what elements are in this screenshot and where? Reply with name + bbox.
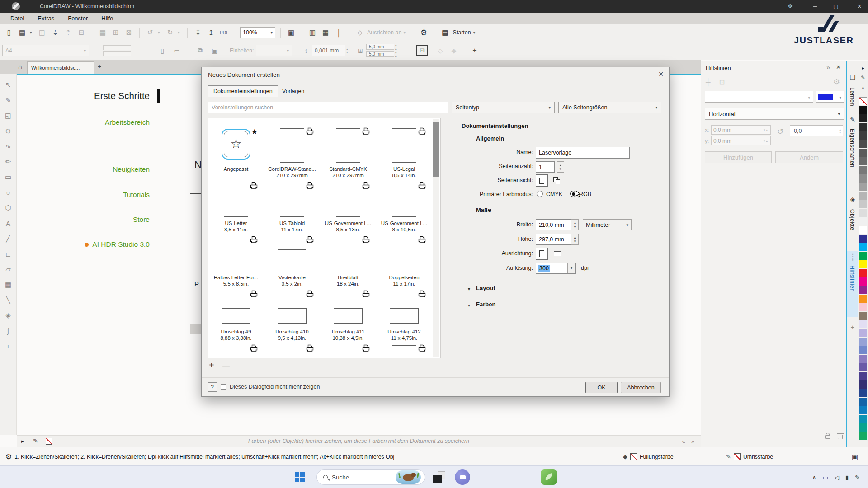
- eigenschaften-icon[interactable]: ✎: [847, 116, 858, 123]
- page-size-combo[interactable]: A4 ▾: [2, 45, 89, 56]
- palette-swatch[interactable]: [859, 226, 867, 234]
- palette-swatch[interactable]: [859, 174, 867, 183]
- width-spinner[interactable]: ▴▾: [571, 219, 579, 230]
- palette-swatch[interactable]: [859, 406, 867, 414]
- nav-erste-schritte[interactable]: Erste Schritte: [94, 90, 150, 101]
- palette-swatch[interactable]: [859, 355, 867, 363]
- hilfslinien-icon[interactable]: ┊: [847, 253, 858, 261]
- palette-swatch[interactable]: [859, 329, 867, 337]
- text-tool-icon[interactable]: A: [1, 216, 15, 231]
- ok-button[interactable]: OK: [585, 382, 618, 393]
- palette-swatch[interactable]: [859, 97, 867, 105]
- grid-icon[interactable]: ▦: [320, 27, 331, 38]
- scrollbar-thumb[interactable]: [433, 122, 439, 177]
- preset-item[interactable]: ☆ ★: [321, 344, 375, 358]
- palette-swatch[interactable]: [859, 423, 867, 432]
- nav-neuigkeiten[interactable]: Neuigkeiten: [113, 165, 150, 174]
- tray-display-icon[interactable]: ▭: [823, 474, 828, 481]
- height-field[interactable]: 297,0 mm: [536, 234, 571, 245]
- dont-show-label[interactable]: Dieses Dialogfeld nicht mehr zeigen: [230, 384, 320, 390]
- palette-swatch[interactable]: [859, 235, 867, 243]
- home-icon[interactable]: ⌂: [18, 63, 22, 70]
- wireframe-icon[interactable]: ◇: [435, 45, 446, 56]
- colors-section-heading[interactable]: Farben: [476, 301, 495, 308]
- guide-x-field[interactable]: 0,0 mm ▾▴: [711, 125, 771, 135]
- preset-item[interactable]: ☆ ★ Umschlag #9 8,88 x 3,88in.: [209, 290, 263, 343]
- tray-battery-icon[interactable]: ▮: [845, 474, 849, 481]
- objekte-icon[interactable]: ◈: [847, 196, 858, 203]
- height-spinner[interactable]: ▴▾: [571, 234, 579, 245]
- layout-section-caret-icon[interactable]: ▾: [468, 286, 470, 291]
- landscape-icon[interactable]: ▭: [171, 45, 183, 56]
- width-field[interactable]: 210,0 mm: [536, 219, 571, 230]
- page-dimensions-fields[interactable]: [103, 45, 145, 56]
- palette-swatch[interactable]: [859, 338, 867, 346]
- panel-expand-icon[interactable]: »: [826, 64, 830, 71]
- taskbar-search[interactable]: Suche: [316, 469, 425, 485]
- tab-dokumenteinstellungen[interactable]: Dokumenteinstellungen: [208, 85, 278, 97]
- palette-swatch[interactable]: [859, 432, 867, 440]
- panel-gear-icon[interactable]: ⚙: [833, 77, 840, 87]
- add-tool-icon[interactable]: +: [1, 338, 15, 354]
- palette-swatch[interactable]: [859, 183, 867, 191]
- page-sizes-combo[interactable]: Alle Seitengrößen ▾: [558, 102, 661, 113]
- all-pages-icon[interactable]: ⧉: [194, 45, 206, 56]
- outline-preview-icon[interactable]: ◆: [448, 45, 459, 56]
- lernen-icon[interactable]: ❒: [847, 74, 858, 81]
- palette-swatch[interactable]: [859, 277, 867, 286]
- palette-swatch[interactable]: [859, 320, 867, 328]
- tray-pen-icon[interactable]: ✎: [855, 474, 860, 481]
- outline-color-swatch[interactable]: [734, 453, 741, 460]
- guide-angle-field[interactable]: 0,0 ▴▾: [790, 125, 843, 136]
- fullscreen-preview-icon[interactable]: ▣: [286, 27, 297, 38]
- preset-item[interactable]: ☆ ★ US-Letter 8,5 x 11in.: [209, 182, 263, 235]
- chat-app-icon[interactable]: [455, 469, 470, 485]
- change-guide-button[interactable]: Ändern: [775, 151, 843, 163]
- polygon-tool-icon[interactable]: ⬡: [1, 200, 15, 216]
- portrait-icon[interactable]: ▯: [156, 45, 168, 56]
- preset-item[interactable]: ☆ ★: [265, 344, 319, 358]
- cancel-button[interactable]: Abbrechen: [621, 382, 661, 393]
- menu-fenster[interactable]: Fenster: [61, 13, 94, 24]
- preset-item[interactable]: ☆ ★ Umschlag #10 9,5 x 4,13in.: [265, 290, 319, 343]
- name-field[interactable]: Laservorlage: [536, 147, 630, 159]
- nav-tutorials[interactable]: Tutorials: [123, 191, 150, 199]
- tray-chevron-up-icon[interactable]: ∧: [812, 474, 816, 481]
- palette-swatch[interactable]: [859, 260, 867, 268]
- palette-swatch[interactable]: [859, 123, 867, 131]
- nav-store[interactable]: Store: [133, 216, 150, 224]
- preset-item[interactable]: ☆ ★ Umschlag #11 10,38 x 4,5in.: [321, 290, 375, 343]
- help-button[interactable]: ?: [208, 382, 217, 392]
- mesh-fill-tool-icon[interactable]: ▦: [1, 277, 15, 292]
- new-tab-button[interactable]: +: [98, 63, 101, 70]
- new-document-icon[interactable]: ▯: [4, 27, 14, 38]
- add-guide-button[interactable]: Hinzufügen: [705, 151, 772, 163]
- redo-icon[interactable]: ↻: [165, 27, 175, 38]
- export-icon[interactable]: ↥: [206, 27, 217, 38]
- pick-tool-icon[interactable]: ↖: [1, 77, 15, 93]
- palette-next-icon[interactable]: »: [691, 438, 694, 445]
- interactive-fill-tool-icon[interactable]: ʃ: [1, 323, 15, 338]
- palette-swatch[interactable]: [859, 106, 867, 114]
- import-icon[interactable]: ↧: [193, 27, 203, 38]
- snap-to-dropdown[interactable]: ◇ Ausrichten an ▾: [354, 27, 408, 38]
- account-icon[interactable]: ❖: [788, 3, 793, 9]
- palette-swatch[interactable]: [859, 217, 867, 225]
- palette-swatch[interactable]: [859, 114, 867, 122]
- ellipse-tool-icon[interactable]: ○: [1, 185, 15, 200]
- dialog-close-icon[interactable]: ✕: [658, 70, 664, 78]
- resolution-combo[interactable]: 300 ▾: [536, 263, 576, 274]
- colors-section-caret-icon[interactable]: ▾: [468, 303, 470, 308]
- menu-extras[interactable]: Extras: [31, 13, 61, 24]
- units-combo[interactable]: ▾: [256, 45, 292, 56]
- preset-item[interactable]: ☆ ★ US-Legal 8,5 x 14in.: [377, 127, 431, 181]
- copy-icon[interactable]: ⊞: [110, 27, 121, 38]
- maximize-button[interactable]: ▢: [828, 0, 844, 13]
- preset-item[interactable]: ☆ ★: [209, 344, 263, 358]
- palette-swatch[interactable]: [859, 295, 867, 303]
- unit-combo[interactable]: Millimeter ▾: [583, 219, 632, 230]
- close-button[interactable]: ✕: [852, 0, 867, 13]
- palette-swatch[interactable]: [859, 149, 867, 157]
- add-docker-button[interactable]: +: [847, 323, 858, 331]
- preset-grid-scrollbar[interactable]: [433, 119, 439, 357]
